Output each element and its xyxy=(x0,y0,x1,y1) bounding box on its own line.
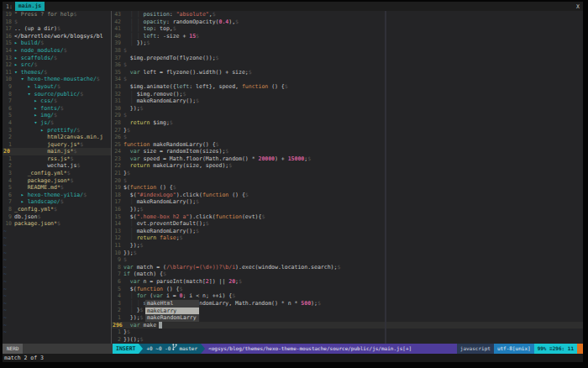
tree-line[interactable]: 8_config.yml*$ xyxy=(3,206,111,213)
line-text: ▸ hexo-theme-yilia/$ xyxy=(14,192,87,199)
tree-line[interactable]: 4 ▾ js/$ xyxy=(3,119,111,127)
line-text: │ makeRandomLarry();$ xyxy=(123,97,199,105)
tree-line[interactable]: 2 html2canvas.min.j xyxy=(3,134,111,141)
tree-line[interactable]: 2 wechat.js$ xyxy=(3,162,111,170)
nerdtree-pane[interactable]: 19" Press ? for help$18$17.. (up a dir)$… xyxy=(3,11,112,344)
empty-line: ~ xyxy=(3,256,111,264)
line-number: 43 xyxy=(112,11,123,18)
tab-buffer-name[interactable]: main.js xyxy=(15,2,45,11)
line-number: 1 xyxy=(3,155,14,163)
code-line[interactable]: 7if (match) {$ xyxy=(112,271,583,278)
code-line[interactable]: 35 var left = flyzone().width() + size;$ xyxy=(112,69,583,76)
tree-line[interactable]: 6 ▸ fonts/$ xyxy=(3,105,111,113)
line-text: $ xyxy=(14,18,18,26)
line-text: ▾ hexo-theme-moustache/$ xyxy=(14,76,100,83)
line-text: ▸ css/$ xyxy=(14,97,57,105)
code-line[interactable]: 32 │ $img.remove();$ xyxy=(112,91,583,98)
code-line[interactable]: 11 });$ xyxy=(112,242,583,250)
code-line[interactable]: 36$ xyxy=(112,61,583,69)
code-line[interactable]: 38$ xyxy=(112,47,583,55)
tree-line[interactable]: 1 rss.js*$ xyxy=(3,155,111,163)
line-number: 15 xyxy=(112,213,123,221)
line-number: 22 xyxy=(112,162,123,170)
code-line[interactable]: 9$ xyxy=(112,256,583,264)
tree-line[interactable]: 9db.json$ xyxy=(3,213,111,221)
tree-line[interactable]: 7 ▸ landscape/$ xyxy=(3,198,111,206)
tree-line[interactable]: 16</barretlee/work/blogsys/bl xyxy=(3,33,111,40)
tree-line[interactable]: 11▾ themes/$ xyxy=(3,69,111,76)
code-line[interactable]: 21}$ xyxy=(112,170,583,177)
code-line[interactable]: 41 │ │ top: top,$ xyxy=(112,25,583,33)
line-text: _config.yml*$ xyxy=(14,206,57,213)
tree-line[interactable]: 20 main.js*$ xyxy=(3,148,111,155)
tree-line[interactable]: 9 ▸ layout/$ xyxy=(3,83,111,91)
code-line[interactable]: 34$ xyxy=(112,76,583,83)
code-line[interactable]: 13 │ makeRandomLarry();$ xyxy=(112,228,583,235)
code-line[interactable]: 4 │ for (var i = 0; i < n; ++i) {$ xyxy=(112,292,583,300)
tree-line[interactable]: 10package.json*$ xyxy=(3,220,111,228)
line-text: db.json$ xyxy=(14,213,40,221)
tree-line[interactable]: 3 _config.yml*$ xyxy=(3,170,111,177)
code-line[interactable]: 23 var speed = Math.floor(Math.random() … xyxy=(112,155,583,163)
code-line[interactable]: 19$(function () {$ xyxy=(112,184,583,192)
completion-item[interactable]: makeHtml xyxy=(145,300,199,308)
tree-line[interactable]: 4 package.json*$ xyxy=(3,177,111,185)
line-text: $("#indexLogo").click(function () {$ xyxy=(123,192,249,199)
code-line[interactable]: 15 $(".home-box h2 a").click(function(ev… xyxy=(112,213,583,221)
line-text: │ makeRandomLarry();$ xyxy=(123,198,199,206)
code-pane[interactable]: 43 │ │ position: "absolute",$42 │ │ opac… xyxy=(112,11,583,344)
tree-line[interactable]: 7 ▸ css/$ xyxy=(3,97,111,105)
line-number: 19 xyxy=(112,184,123,192)
line-number: 7 xyxy=(3,97,14,105)
code-line[interactable]: 6 var n = parseInt(match[2]) || 20;$ xyxy=(112,278,583,286)
code-line[interactable]: 37 $img.prependTo(flyzone());$ xyxy=(112,55,583,62)
code-line[interactable]: 27}$ xyxy=(112,127,583,134)
code-line[interactable]: 17 │ makeRandomLarry();$ xyxy=(112,198,583,206)
code-line[interactable]: 5 $(function () {$ xyxy=(112,286,583,293)
line-text: ▸ landscape/$ xyxy=(14,198,64,206)
tree-line[interactable]: 15▸ build/$ xyxy=(3,39,111,47)
code-line[interactable]: 33 $img.animate({left: left}, speed, fun… xyxy=(112,83,583,91)
code-line[interactable]: 40 │ │ left: -size + 15$ xyxy=(112,33,583,40)
tree-line[interactable]: 6 ▸ hexo-theme-yilia/$ xyxy=(3,192,111,199)
code-line[interactable]: 16 });$ xyxy=(112,206,583,213)
close-icon[interactable]: X xyxy=(576,3,583,10)
tree-line[interactable]: 19" Press ? for help$ xyxy=(3,11,111,18)
tree-line[interactable]: 12▸ src/$ xyxy=(3,61,111,69)
code-line[interactable]: 2})();$ xyxy=(112,336,583,344)
code-line[interactable]: 18 $("#indexLogo").click(function () {$ xyxy=(112,192,583,199)
line-text: ▸ src/$ xyxy=(14,61,37,69)
code-line[interactable]: 20$ xyxy=(112,177,583,185)
code-line[interactable]: 1}$ xyxy=(112,329,583,336)
tree-line[interactable]: 18$ xyxy=(3,18,111,26)
line-text: var make xyxy=(123,322,156,329)
tree-line[interactable]: 10 ▾ hexo-theme-moustache/$ xyxy=(3,76,111,83)
tree-line[interactable]: 8 ▾ source/public/$ xyxy=(3,91,111,98)
line-text: │ $img.remove();$ xyxy=(123,91,186,98)
tree-line[interactable]: 3 ▸ prettify/$ xyxy=(3,127,111,134)
tree-line[interactable]: 13▸ scaffolds/$ xyxy=(3,55,111,62)
completion-item[interactable]: makeLarry xyxy=(145,308,199,315)
tree-line[interactable]: 1 jquery.js*$ xyxy=(3,141,111,149)
code-line[interactable]: 10});$ xyxy=(112,250,583,257)
code-line[interactable]: 12 │ return false;$ xyxy=(112,234,583,242)
code-line[interactable]: 296 var make xyxy=(112,322,583,329)
tree-line[interactable]: 17.. (up a dir)$ xyxy=(3,25,111,33)
code-line[interactable]: 31 │ makeRandomLarry();$ xyxy=(112,97,583,105)
completion-item[interactable]: makeRandomLarry xyxy=(145,314,199,322)
code-line[interactable]: 30 });$ xyxy=(112,105,583,113)
code-line[interactable]: 22 return makeLarry(size, speed);$ xyxy=(112,162,583,170)
code-line[interactable]: 43 │ │ position: "absolute",$ xyxy=(112,11,583,18)
code-line[interactable]: 25function makeRandomLarry() {$ xyxy=(112,141,583,149)
code-line[interactable]: 29$ xyxy=(112,112,583,119)
tree-line[interactable]: 14▸ node_modules/$ xyxy=(3,47,111,55)
code-line[interactable]: 39 │ });$ xyxy=(112,39,583,47)
code-line[interactable]: 26$ xyxy=(112,134,583,141)
code-line[interactable]: 8var match = (/\blarry(=(\d+))?\b/i).exe… xyxy=(112,264,583,271)
code-line[interactable]: 42 │ │ opacity: randomOpacity(0.4),$ xyxy=(112,18,583,26)
tree-line[interactable]: 5 README.md*$ xyxy=(3,184,111,192)
tree-line[interactable]: 5 ▸ img/$ xyxy=(3,112,111,119)
code-line[interactable]: 24 var size = randomItem(sizes);$ xyxy=(112,148,583,155)
code-line[interactable]: 28 return $img;$ xyxy=(112,119,583,127)
code-line[interactable]: 14 │ evt.preventDefault();$ xyxy=(112,220,583,228)
